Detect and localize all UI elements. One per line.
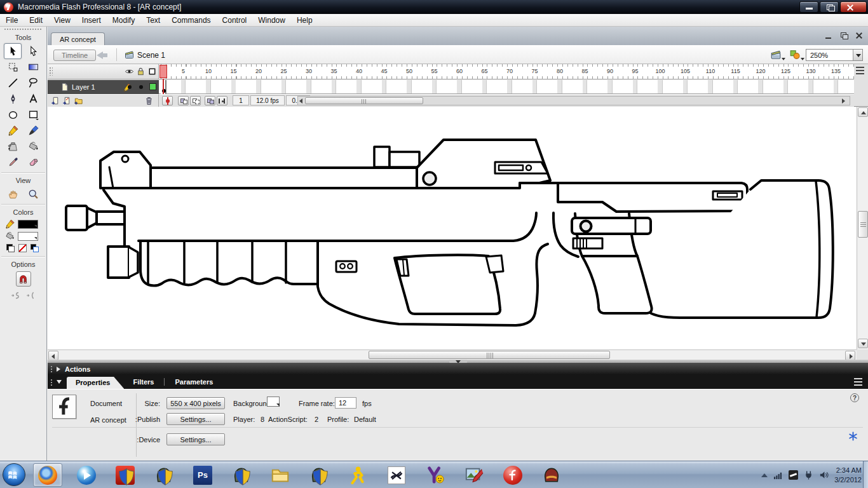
tool-selection[interactable] [4, 43, 22, 59]
collapse-arrow-icon[interactable] [57, 380, 62, 384]
tool-text[interactable] [25, 91, 43, 107]
show-hide-layers-icon[interactable] [125, 67, 134, 76]
timeline-scrollbar[interactable] [297, 96, 850, 105]
framerate-input[interactable]: 12 [335, 397, 356, 409]
taskbar-icon-firefox[interactable] [33, 463, 62, 487]
frames-strip[interactable] [159, 80, 854, 94]
zoom-level-combo[interactable]: 250% [806, 49, 863, 61]
scroll-up-button[interactable] [858, 107, 868, 117]
menu-item-edit[interactable]: Edit [24, 15, 48, 26]
timeline-scroll-left-arrow[interactable] [299, 98, 302, 104]
timeline-options-menu-icon[interactable] [856, 67, 866, 76]
horizontal-scrollbar[interactable] [48, 349, 857, 360]
help-icon[interactable]: ? [850, 393, 859, 402]
clock[interactable]: 2:34 AM 3/2/2012 [834, 466, 862, 484]
taskbar-icon-aim[interactable] [343, 463, 372, 487]
tool-oval[interactable] [4, 107, 22, 123]
doc-close-button[interactable] [854, 31, 864, 40]
timeline-scroll-thumb[interactable] [305, 97, 423, 104]
playhead[interactable] [159, 65, 167, 78]
snap-to-objects-button[interactable] [16, 271, 31, 287]
start-button[interactable] [3, 463, 25, 486]
restore-button[interactable] [820, 1, 839, 13]
doc-restore-button[interactable] [839, 31, 849, 40]
lock-layers-icon[interactable] [136, 67, 146, 76]
taskbar-icon-halo-helmet[interactable] [537, 463, 566, 487]
modify-onion-markers-button[interactable] [217, 96, 227, 105]
layer-row[interactable]: Layer 1 [48, 80, 159, 94]
vertical-scrollbar[interactable] [857, 107, 868, 349]
taskbar-icon-explorer[interactable] [266, 463, 295, 487]
straighten-icon[interactable] [26, 290, 36, 301]
xfire-tray-icon[interactable] [789, 470, 798, 480]
volume-icon[interactable] [819, 470, 829, 480]
insert-layer-button[interactable] [51, 96, 60, 105]
menu-item-text[interactable]: Text [140, 15, 166, 26]
center-frame-button[interactable] [162, 96, 173, 105]
edit-scene-button[interactable] [770, 49, 783, 60]
frame-rate-indicator[interactable]: 12.0 fps [250, 95, 285, 105]
taskbar-icon-image-editor[interactable] [459, 463, 489, 487]
network-signal-icon[interactable] [773, 470, 783, 480]
close-button[interactable] [840, 1, 867, 13]
fill-color-swatch[interactable] [18, 232, 38, 241]
timeline-ruler[interactable]: 5101520253035404550556065707580859095100… [159, 64, 854, 79]
zoom-dropdown-button[interactable] [853, 50, 862, 60]
tool-rectangle[interactable] [25, 107, 43, 123]
menu-item-control[interactable]: Control [217, 15, 253, 26]
layer-lock-dot[interactable] [139, 85, 143, 89]
panel-grip[interactable] [4, 28, 43, 31]
properties-options-menu-icon[interactable] [854, 378, 864, 386]
minimize-button[interactable] [799, 1, 818, 13]
edit-symbols-button[interactable] [789, 49, 802, 60]
onion-skin-button[interactable] [178, 96, 189, 105]
delete-layer-button[interactable] [144, 96, 154, 105]
tool-eyedropper[interactable] [4, 154, 22, 170]
tool-pencil[interactable] [4, 123, 22, 139]
tab-properties[interactable]: Properties [67, 377, 124, 389]
menu-item-commands[interactable]: Commands [166, 15, 216, 26]
tab-parameters[interactable]: Parameters [166, 376, 222, 388]
show-desktop-button[interactable] [863, 461, 868, 488]
layer-visibility-dot[interactable] [128, 85, 132, 89]
canvas-stage[interactable] [48, 107, 857, 349]
tool-free-transform[interactable] [4, 59, 22, 75]
tool-pen[interactable] [4, 91, 22, 107]
add-motion-guide-button[interactable] [62, 96, 72, 105]
menu-item-view[interactable]: View [48, 15, 76, 26]
default-colors-button[interactable] [6, 244, 15, 252]
timeline-toggle-button[interactable]: Timeline [53, 50, 96, 61]
device-settings-button[interactable]: Settings... [166, 433, 225, 445]
stroke-color-row[interactable] [0, 218, 46, 230]
document-tab[interactable]: AR concept [51, 32, 105, 45]
taskbar-icon-media-player[interactable] [72, 463, 101, 487]
back-arrow-icon[interactable] [97, 51, 103, 59]
layer-outline-color[interactable] [149, 83, 156, 90]
taskbar-icon-flash-8[interactable] [111, 463, 140, 487]
taskbar-icon-yahoo-messenger[interactable] [421, 463, 450, 487]
vertical-scroll-thumb[interactable] [858, 211, 868, 238]
tool-ink-bottle[interactable] [4, 139, 22, 154]
swap-colors-button[interactable] [31, 244, 39, 252]
onion-skin-outlines-button[interactable] [190, 96, 201, 105]
background-color-swatch[interactable] [267, 396, 280, 407]
tool-eraser[interactable] [25, 154, 43, 170]
doc-minimize-button[interactable] [824, 31, 834, 40]
taskbar-icon-photoshop[interactable]: Ps [188, 463, 217, 487]
scroll-down-button[interactable] [858, 339, 868, 348]
power-plug-icon[interactable] [804, 470, 813, 480]
horizontal-scroll-thumb[interactable] [369, 351, 610, 359]
size-button[interactable]: 550 x 400 pixels [166, 397, 225, 409]
tool-paint-bucket[interactable] [25, 139, 43, 154]
no-color-button[interactable] [18, 244, 27, 252]
taskbar-icon-flash-player[interactable] [498, 463, 527, 487]
tool-hand[interactable] [4, 186, 22, 202]
fill-color-row[interactable] [0, 230, 46, 242]
flash-update-icon[interactable] [848, 431, 858, 441]
hidden-icons-arrow[interactable] [761, 473, 768, 477]
scroll-right-button[interactable] [845, 351, 855, 360]
insert-layer-folder-button[interactable] [74, 96, 83, 105]
taskbar-icon-xfire[interactable] [382, 463, 411, 487]
menu-item-window[interactable]: Window [252, 15, 291, 26]
publish-settings-button[interactable]: Settings... [166, 413, 225, 425]
